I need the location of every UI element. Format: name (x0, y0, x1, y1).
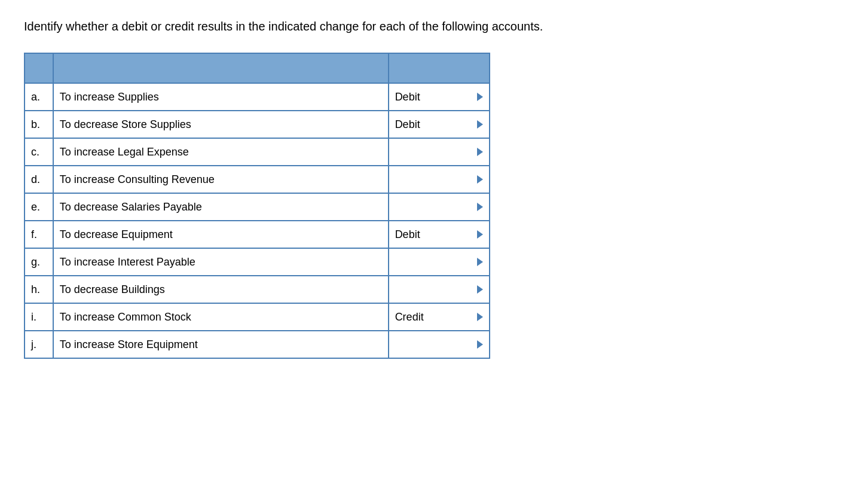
table-row: c.To increase Legal Expense (25, 138, 490, 166)
row-letter: c. (25, 138, 53, 166)
dropdown-arrow-icon (477, 175, 483, 184)
row-description: To increase Legal Expense (53, 138, 389, 166)
row-description: To increase Common Stock (53, 303, 389, 331)
row-description: To decrease Buildings (53, 276, 389, 303)
row-description: To increase Supplies (53, 83, 389, 111)
dropdown-arrow-icon (477, 93, 483, 101)
row-description: To decrease Store Supplies (53, 111, 389, 138)
instruction-text: Identify whether a debit or credit resul… (24, 18, 844, 35)
table-row: e.To decrease Salaries Payable (25, 193, 490, 221)
row-description: To decrease Salaries Payable (53, 193, 389, 221)
table-row: j.To increase Store Equipment (25, 331, 490, 358)
row-letter: d. (25, 166, 53, 193)
header-letter-col (25, 53, 53, 83)
table-body: a.To increase SuppliesDebitb.To decrease… (25, 83, 490, 358)
dropdown-arrow-icon (477, 313, 483, 321)
dropdown-arrow-icon (477, 340, 483, 349)
row-answer-dropdown[interactable]: Credit (389, 303, 490, 331)
dropdown-arrow-icon (477, 258, 483, 266)
accounts-table: a.To increase SuppliesDebitb.To decrease… (24, 53, 490, 359)
dropdown-arrow-icon (477, 285, 483, 294)
dropdown-arrow-icon (477, 230, 483, 239)
answer-value: Debit (395, 228, 475, 241)
table-header-row (25, 53, 490, 83)
row-letter: f. (25, 221, 53, 248)
dropdown-arrow-icon (477, 148, 483, 156)
table-row: g.To increase Interest Payable (25, 248, 490, 276)
header-answer-col (389, 53, 490, 83)
row-letter: e. (25, 193, 53, 221)
row-answer-dropdown[interactable]: Debit (389, 111, 490, 138)
row-letter: j. (25, 331, 53, 358)
row-answer-dropdown[interactable] (389, 138, 490, 166)
row-answer-dropdown[interactable]: Debit (389, 83, 490, 111)
table-row: f.To decrease EquipmentDebit (25, 221, 490, 248)
header-description-col (53, 53, 389, 83)
row-answer-dropdown[interactable] (389, 166, 490, 193)
dropdown-arrow-icon (477, 203, 483, 211)
answer-value: Debit (395, 118, 475, 131)
row-letter: h. (25, 276, 53, 303)
row-letter: g. (25, 248, 53, 276)
row-letter: a. (25, 83, 53, 111)
table-row: a.To increase SuppliesDebit (25, 83, 490, 111)
row-answer-dropdown[interactable]: Debit (389, 221, 490, 248)
table-row: i.To increase Common StockCredit (25, 303, 490, 331)
table-row: d.To increase Consulting Revenue (25, 166, 490, 193)
row-answer-dropdown[interactable] (389, 331, 490, 358)
row-description: To decrease Equipment (53, 221, 389, 248)
row-description: To increase Interest Payable (53, 248, 389, 276)
table-row: h.To decrease Buildings (25, 276, 490, 303)
answer-value: Credit (395, 311, 475, 324)
table-row: b.To decrease Store SuppliesDebit (25, 111, 490, 138)
row-letter: i. (25, 303, 53, 331)
answer-value: Debit (395, 91, 475, 103)
row-answer-dropdown[interactable] (389, 276, 490, 303)
row-answer-dropdown[interactable] (389, 193, 490, 221)
row-answer-dropdown[interactable] (389, 248, 490, 276)
row-description: To increase Consulting Revenue (53, 166, 389, 193)
row-letter: b. (25, 111, 53, 138)
row-description: To increase Store Equipment (53, 331, 389, 358)
main-table-container: a.To increase SuppliesDebitb.To decrease… (24, 53, 490, 359)
dropdown-arrow-icon (477, 120, 483, 129)
